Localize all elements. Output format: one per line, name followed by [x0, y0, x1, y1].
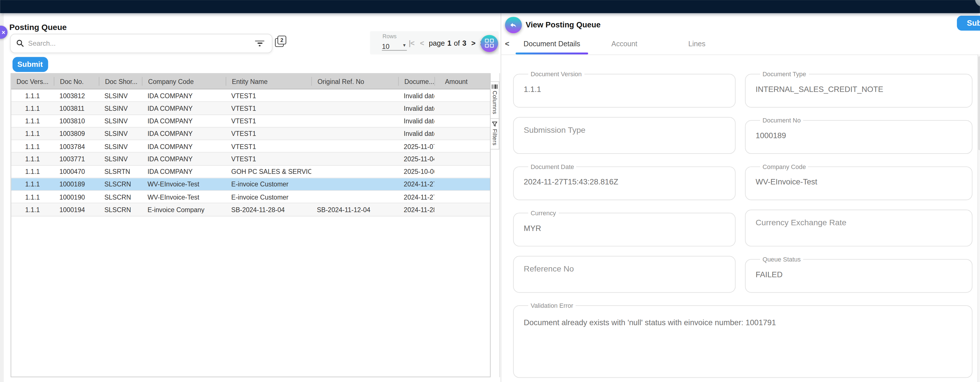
cell: 2024-11-27: [398, 181, 434, 188]
page-indicator: page1of3: [429, 39, 466, 47]
cell: 1.1.1: [11, 142, 54, 150]
first-page-button[interactable]: |<: [409, 39, 414, 47]
detail-scrollbar-thumb[interactable]: [978, 56, 980, 150]
column-header-doc-shor[interactable]: Doc Shor...: [99, 77, 142, 86]
column-header-company-code[interactable]: Company Code: [142, 77, 226, 86]
detail-submit-button[interactable]: Submit: [957, 16, 980, 31]
cell: E-invoice Customer: [226, 181, 311, 188]
field-label: Validation Error: [528, 302, 576, 309]
cell: 1.1.1: [11, 206, 54, 213]
detail-scrollbar[interactable]: [977, 54, 980, 382]
pagination-bar: Rows 10 ▾ |< < page1of3 > >|: [370, 31, 498, 54]
cell: 1003812: [54, 92, 99, 99]
tab-document-details[interactable]: Document Details: [515, 37, 588, 51]
tab-label: Account: [611, 40, 638, 47]
filters-side-tab[interactable]: Filters: [491, 118, 500, 150]
cell: VTEST1: [226, 104, 311, 112]
table-side-divider: [500, 73, 500, 377]
cell: 1.1.1: [11, 117, 54, 125]
field-label: Document No: [760, 117, 803, 124]
field-value: 1.1.1: [522, 85, 727, 94]
back-arrow-icon: [509, 21, 518, 29]
submit-button[interactable]: Submit: [12, 57, 48, 72]
cell: VTEST1: [226, 92, 311, 99]
field-submission-type: Submission Type: [513, 117, 735, 154]
tabs-scroll-left-icon[interactable]: <: [505, 39, 509, 48]
table-row[interactable]: 1.1.11003812 SLSINVIDA COMPANY VTEST1 In…: [11, 90, 490, 102]
cell: VTEST1: [226, 142, 311, 150]
rows-per-page-value: 10: [382, 43, 390, 50]
search-box: [10, 34, 272, 53]
field-value: MYR: [522, 224, 727, 233]
tab-label: Document Details: [523, 40, 580, 47]
table-row[interactable]: 1.1.11003811 SLSINVIDA COMPANY VTEST1 In…: [11, 102, 490, 115]
funnel-icon: [492, 121, 498, 127]
column-header-original-ref-no[interactable]: Original Ref. No: [311, 77, 398, 86]
stacked-pages-icon[interactable]: 2: [275, 36, 286, 47]
table-row[interactable]: 1.1.11003810 SLSINVIDA COMPANY VTEST1 In…: [11, 115, 490, 127]
detail-tabs: Document DetailsAccountLines: [515, 37, 733, 51]
field-placeholder: Currency Exchange Rate: [754, 218, 964, 227]
grid-view-button[interactable]: [480, 35, 498, 52]
field-label: Document Version: [528, 71, 584, 78]
cell: SLSRTN: [99, 168, 142, 175]
cell: 2025-11-07: [398, 142, 434, 150]
table-row[interactable]: 1.1.11000189 SLSCRNWV-EInvoice-Test E-in…: [11, 178, 490, 191]
cell: SLSINV: [99, 104, 142, 112]
cell: 1003771: [54, 155, 99, 163]
field-document-date: Document Date 2024-11-27T15:43:28.816Z: [513, 163, 735, 200]
cell: 1003809: [54, 129, 99, 137]
field-value: FAILED: [754, 270, 964, 279]
tab-account[interactable]: Account: [588, 37, 660, 51]
cell: 1.1.1: [11, 104, 54, 112]
detail-title: View Posting Queue: [526, 20, 601, 29]
cell: 1000190: [54, 193, 99, 200]
table-row[interactable]: 1.1.11003784 SLSINVIDA COMPANY VTEST1 20…: [11, 140, 490, 153]
top-navbar: [0, 0, 980, 13]
cell: 1000189: [54, 181, 99, 188]
next-page-button[interactable]: >: [471, 39, 476, 47]
cell: SLSINV: [99, 129, 142, 137]
column-header-docume[interactable]: Docume...: [398, 77, 434, 86]
field-value: WV-EInvoice-Test: [754, 177, 964, 187]
search-input[interactable]: [27, 39, 255, 48]
field-value: Document already exists with 'null' stat…: [522, 318, 964, 327]
rows-per-page-label: Rows: [382, 33, 396, 39]
table-row[interactable]: 1.1.11003771 SLSINVIDA COMPANY VTEST1 20…: [11, 153, 490, 165]
cell: SLSINV: [99, 142, 142, 150]
table-side-tabs: Columns Filters: [491, 82, 500, 150]
column-header-doc-vers[interactable]: Doc Vers...: [11, 74, 54, 89]
table-body: 1.1.11003812 SLSINVIDA COMPANY VTEST1 In…: [11, 90, 490, 216]
cell: E-invoice Company: [142, 206, 226, 213]
column-header-amount[interactable]: Amount: [434, 77, 491, 86]
field-company-code: Company Code WV-EInvoice-Test: [745, 163, 973, 200]
column-header-doc-no[interactable]: Doc No.: [54, 77, 99, 86]
filter-list-icon[interactable]: [255, 40, 264, 46]
table-row[interactable]: 1.1.11000470 SLSRTNIDA COMPANY GOH PC SA…: [11, 166, 490, 178]
field-currency-exchange-rate: Currency Exchange Rate: [745, 209, 973, 246]
table-row[interactable]: 1.1.11000194 SLSCRNE-invoice Company SB-…: [11, 203, 490, 216]
cell: SLSCRN: [99, 181, 142, 188]
columns-side-tab[interactable]: Columns: [491, 82, 500, 118]
user-avatar[interactable]: [975, 0, 980, 7]
table-header-row: Doc Vers...Doc No.Doc Shor...Company Cod…: [11, 74, 490, 90]
cell: VTEST1: [226, 129, 311, 137]
panel-divider: [501, 13, 501, 382]
rows-per-page-select[interactable]: 10 ▾: [382, 40, 407, 51]
cell: WV-EInvoice-Test: [142, 193, 226, 200]
cell: 1000194: [54, 206, 99, 213]
prev-page-button[interactable]: <: [420, 39, 424, 47]
cell: 2025-11-04: [398, 155, 434, 163]
field-placeholder: Reference No: [522, 264, 727, 273]
field-label: Queue Status: [760, 256, 803, 263]
column-header-entity-name[interactable]: Entity Name: [226, 77, 311, 86]
cell: SLSINV: [99, 92, 142, 99]
cell: 1.1.1: [11, 129, 54, 137]
cell: VTEST1: [226, 155, 311, 163]
tab-lines[interactable]: Lines: [660, 37, 733, 51]
table-row[interactable]: 1.1.11003809 SLSINVIDA COMPANY VTEST1 In…: [11, 127, 490, 140]
table-row[interactable]: 1.1.11000190 SLSCRNWV-EInvoice-Test E-in…: [11, 191, 490, 203]
chevron-down-icon: ▾: [403, 43, 406, 48]
back-button[interactable]: [505, 16, 522, 33]
cell: IDA COMPANY: [142, 168, 226, 175]
